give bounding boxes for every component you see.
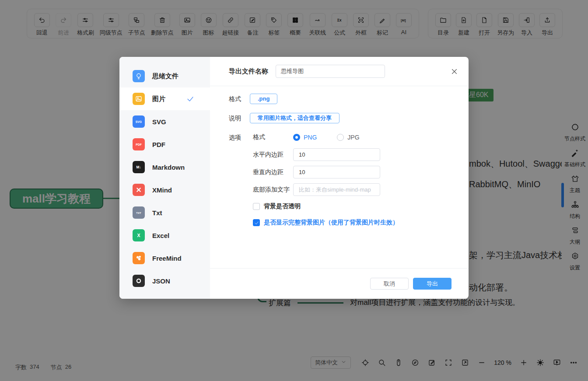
export-format-item-xmind[interactable]: XMind bbox=[119, 178, 210, 201]
full-bg-checkbox[interactable] bbox=[253, 219, 260, 226]
vertical-padding-label: 垂直内边距 bbox=[253, 168, 293, 176]
export-format-label: JSON bbox=[152, 277, 170, 285]
json-icon bbox=[133, 275, 145, 287]
check-icon bbox=[186, 95, 194, 103]
export-format-label: 思绪文件 bbox=[152, 72, 178, 80]
vertical-padding-input[interactable] bbox=[293, 166, 380, 178]
export-format-sidebar: 思绪文件图片SVGSVGPDFPDFM↓MarkdownXMindTXTTxtX… bbox=[119, 57, 210, 299]
cancel-button[interactable]: 取消 bbox=[370, 278, 409, 290]
export-format-item-freemind[interactable]: FreeMind bbox=[119, 247, 210, 269]
svg-badge-icon: SVG bbox=[133, 115, 145, 128]
export-format-item-txt[interactable]: TXTTxt bbox=[119, 201, 210, 224]
txt-badge-icon: TXT bbox=[133, 206, 145, 219]
svg-text:M↓: M↓ bbox=[136, 165, 141, 169]
export-format-item-svg[interactable]: SVGSVG bbox=[119, 110, 210, 133]
photo-icon bbox=[133, 93, 145, 105]
export-dialog: 思绪文件图片SVGSVGPDFPDFM↓MarkdownXMindTXTTxtX… bbox=[119, 57, 469, 299]
description-label: 说明 bbox=[229, 113, 250, 123]
png-radio-label[interactable]: PNG bbox=[304, 134, 317, 141]
svg-text:SVG: SVG bbox=[136, 120, 142, 123]
freemind-icon bbox=[133, 252, 145, 264]
transparent-bg-label: 背景是否透明 bbox=[264, 203, 301, 210]
export-format-label: Markdown bbox=[152, 164, 185, 171]
full-bg-label: 是否显示完整背景图片（使用了背景图片时生效） bbox=[264, 219, 399, 227]
svg-text:X: X bbox=[137, 233, 140, 238]
svg-text:PDF: PDF bbox=[136, 143, 142, 146]
export-format-item-pdf[interactable]: PDFPDF bbox=[119, 133, 210, 156]
jpg-radio[interactable] bbox=[337, 134, 344, 141]
export-format-label: 图片 bbox=[152, 95, 165, 103]
export-format-item-markdown[interactable]: M↓Markdown bbox=[119, 156, 210, 178]
export-dialog-main: 导出文件名称 格式 .png 说明 常用图片格式，适合查看分享 选项 bbox=[210, 57, 469, 299]
export-dialog-footer: 取消 导出 bbox=[210, 268, 469, 299]
markdown-badge-icon: M↓ bbox=[133, 161, 145, 173]
export-format-item-图片[interactable]: 图片 bbox=[119, 87, 210, 110]
options-label: 选项 bbox=[229, 132, 253, 235]
export-format-label: FreeMind bbox=[152, 255, 182, 262]
transparent-bg-checkbox[interactable] bbox=[253, 203, 260, 210]
export-format-label: SVG bbox=[152, 118, 166, 126]
format-extension-tag: .png bbox=[250, 94, 277, 104]
jpg-radio-label[interactable]: JPG bbox=[347, 134, 359, 141]
export-filename-input[interactable] bbox=[276, 65, 385, 78]
export-filename-label: 导出文件名称 bbox=[229, 67, 268, 76]
close-icon[interactable] bbox=[451, 68, 458, 75]
svg-text:TXT: TXT bbox=[136, 212, 141, 214]
export-format-item-json[interactable]: JSON bbox=[119, 269, 210, 292]
xmind-icon bbox=[133, 184, 145, 196]
export-dialog-body: 格式 .png 说明 常用图片格式，适合查看分享 选项 格式 PNG bbox=[210, 86, 469, 235]
png-radio[interactable] bbox=[293, 134, 300, 141]
export-format-item-excel[interactable]: XExcel bbox=[119, 224, 210, 247]
transparent-bg-checkbox-row[interactable]: 背景是否透明 bbox=[253, 203, 399, 210]
export-format-label: Txt bbox=[152, 209, 162, 217]
export-format-item-思绪文件[interactable]: 思绪文件 bbox=[119, 65, 210, 87]
export-format-label: PDF bbox=[152, 141, 165, 148]
horizontal-padding-label: 水平内边距 bbox=[253, 151, 293, 159]
bottom-text-input[interactable] bbox=[293, 183, 380, 196]
export-format-label: Excel bbox=[152, 232, 169, 239]
horizontal-padding-input[interactable] bbox=[293, 148, 380, 161]
format-label: 格式 bbox=[229, 94, 250, 104]
export-button[interactable]: 导出 bbox=[413, 278, 452, 290]
full-bg-checkbox-row[interactable]: 是否显示完整背景图片（使用了背景图片时生效） bbox=[253, 219, 399, 227]
pdf-badge-icon: PDF bbox=[133, 138, 145, 150]
export-format-label: XMind bbox=[152, 186, 172, 194]
mind-file-icon bbox=[133, 70, 145, 82]
app-window: mall学习教程 标星60K mbok、Hutool、Swagger Rabbi… bbox=[0, 0, 588, 381]
format-description-tag: 常用图片格式，适合查看分享 bbox=[250, 113, 340, 123]
excel-icon: X bbox=[133, 229, 145, 241]
option-format-label: 格式 bbox=[253, 133, 293, 141]
bottom-text-label: 底部添加文字 bbox=[253, 186, 293, 194]
export-dialog-header: 导出文件名称 bbox=[210, 57, 469, 86]
